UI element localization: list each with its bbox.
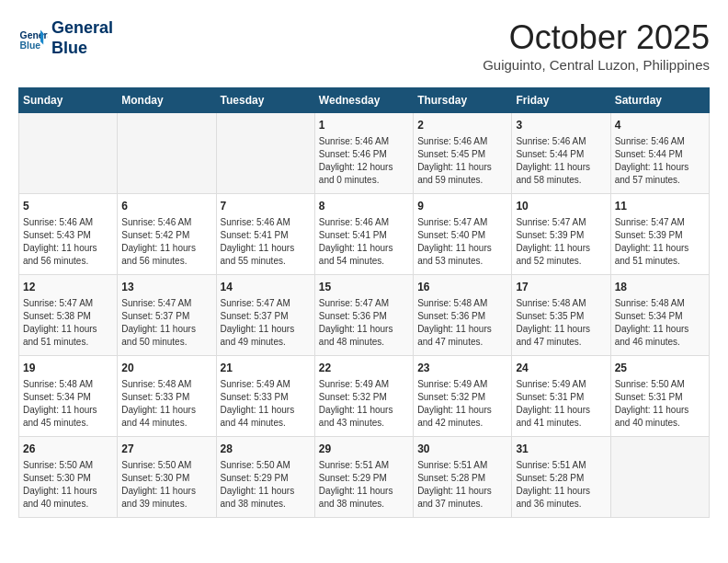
day-info-line: and 44 minutes. [221, 417, 311, 430]
day-info-line: Sunrise: 5:46 AM [417, 135, 507, 148]
title-block: October 2025 Guiguinto, Central Luzon, P… [483, 18, 710, 73]
day-number: 18 [615, 280, 705, 295]
day-info-line: Sunrise: 5:46 AM [615, 135, 705, 148]
day-info-line: Sunset: 5:41 PM [319, 229, 409, 242]
calendar-table: SundayMondayTuesdayWednesdayThursdayFrid… [18, 87, 710, 518]
day-info-line: Sunrise: 5:46 AM [23, 216, 113, 229]
day-info-line: Sunset: 5:36 PM [417, 310, 507, 323]
day-info-line: and 38 minutes. [319, 498, 409, 511]
day-info-line: and 44 minutes. [121, 417, 211, 430]
calendar-day-cell [118, 113, 216, 194]
calendar-day-cell: 23Sunrise: 5:49 AMSunset: 5:32 PMDayligh… [414, 356, 512, 437]
weekday-header-cell: Sunday [19, 88, 118, 113]
day-info-line: Sunset: 5:33 PM [221, 391, 311, 404]
calendar-day-cell: 6Sunrise: 5:46 AMSunset: 5:42 PMDaylight… [118, 194, 216, 275]
calendar-day-cell: 24Sunrise: 5:49 AMSunset: 5:31 PMDayligh… [512, 356, 610, 437]
calendar-day-cell [610, 437, 709, 518]
day-info-line: Daylight: 11 hours [516, 404, 606, 417]
calendar-day-cell: 8Sunrise: 5:46 AMSunset: 5:41 PMDaylight… [314, 194, 413, 275]
day-info-line: Sunset: 5:37 PM [221, 310, 311, 323]
day-info-line: Sunset: 5:31 PM [615, 391, 705, 404]
calendar-day-cell: 5Sunrise: 5:46 AMSunset: 5:43 PMDaylight… [19, 194, 118, 275]
calendar-day-cell: 21Sunrise: 5:49 AMSunset: 5:33 PMDayligh… [216, 356, 314, 437]
day-info-line: and 57 minutes. [615, 174, 705, 187]
day-info-line: Sunrise: 5:48 AM [615, 297, 705, 310]
day-number: 16 [417, 280, 507, 295]
calendar-day-cell: 14Sunrise: 5:47 AMSunset: 5:37 PMDayligh… [216, 275, 314, 356]
day-info-line: Daylight: 11 hours [417, 404, 507, 417]
day-info-line: Daylight: 11 hours [221, 404, 311, 417]
day-info-line: and 39 minutes. [121, 498, 211, 511]
day-info-line: and 53 minutes. [417, 255, 507, 268]
day-info-line: Sunset: 5:33 PM [121, 391, 211, 404]
day-number: 6 [121, 199, 211, 214]
weekday-header-cell: Tuesday [216, 88, 314, 113]
day-info-line: Sunrise: 5:46 AM [221, 216, 311, 229]
day-info-line: and 38 minutes. [221, 498, 311, 511]
day-info-line: Sunrise: 5:49 AM [319, 378, 409, 391]
day-info-line: Sunrise: 5:51 AM [319, 459, 409, 472]
weekday-header-cell: Monday [118, 88, 216, 113]
day-info-line: Sunset: 5:36 PM [319, 310, 409, 323]
day-info-line: Sunset: 5:38 PM [23, 310, 113, 323]
day-info-line: Sunrise: 5:50 AM [221, 459, 311, 472]
day-info-line: Sunset: 5:32 PM [417, 391, 507, 404]
day-info-line: Sunset: 5:30 PM [23, 472, 113, 485]
day-info-line: Sunrise: 5:46 AM [319, 135, 409, 148]
calendar-day-cell: 28Sunrise: 5:50 AMSunset: 5:29 PMDayligh… [216, 437, 314, 518]
day-number: 11 [615, 199, 705, 214]
day-info-line: Daylight: 11 hours [417, 485, 507, 498]
day-info-line: Sunrise: 5:46 AM [319, 216, 409, 229]
day-info-line: Sunset: 5:40 PM [417, 229, 507, 242]
day-info-line: Sunrise: 5:47 AM [417, 216, 507, 229]
day-info-line: Sunrise: 5:48 AM [417, 297, 507, 310]
calendar-day-cell: 16Sunrise: 5:48 AMSunset: 5:36 PMDayligh… [414, 275, 512, 356]
day-number: 8 [319, 199, 409, 214]
logo-line2: Blue [51, 39, 113, 59]
logo-line1: General [51, 18, 113, 39]
weekday-header-cell: Thursday [414, 88, 512, 113]
calendar-day-cell: 20Sunrise: 5:48 AMSunset: 5:33 PMDayligh… [118, 356, 216, 437]
day-info-line: Sunrise: 5:47 AM [615, 216, 705, 229]
calendar-body: 1Sunrise: 5:46 AMSunset: 5:46 PMDaylight… [19, 113, 710, 518]
day-info-line: Sunset: 5:45 PM [417, 148, 507, 161]
day-info-line: Daylight: 11 hours [319, 404, 409, 417]
day-info-line: Sunset: 5:37 PM [121, 310, 211, 323]
day-info-line: Daylight: 11 hours [221, 242, 311, 255]
day-info-line: Sunrise: 5:48 AM [23, 378, 113, 391]
day-info-line: and 50 minutes. [121, 336, 211, 349]
weekday-header-row: SundayMondayTuesdayWednesdayThursdayFrid… [19, 88, 710, 113]
day-info-line: Daylight: 11 hours [23, 404, 113, 417]
svg-text:Blue: Blue [20, 40, 41, 51]
day-number: 25 [615, 361, 705, 376]
calendar-day-cell: 11Sunrise: 5:47 AMSunset: 5:39 PMDayligh… [610, 194, 709, 275]
day-info-line: Daylight: 11 hours [417, 161, 507, 174]
day-info-line: Daylight: 11 hours [319, 242, 409, 255]
day-number: 24 [516, 361, 606, 376]
calendar-day-cell: 31Sunrise: 5:51 AMSunset: 5:28 PMDayligh… [512, 437, 610, 518]
day-info-line: Sunrise: 5:47 AM [319, 297, 409, 310]
day-number: 9 [417, 199, 507, 214]
day-info-line: Sunset: 5:29 PM [221, 472, 311, 485]
day-info-line: and 43 minutes. [319, 417, 409, 430]
weekday-header-cell: Wednesday [314, 88, 413, 113]
day-info-line: Sunset: 5:39 PM [516, 229, 606, 242]
day-info-line: Daylight: 11 hours [516, 161, 606, 174]
svg-text:General: General [20, 30, 48, 40]
location: Guiguinto, Central Luzon, Philippines [483, 57, 710, 73]
day-info-line: and 59 minutes. [417, 174, 507, 187]
day-info-line: Daylight: 11 hours [417, 323, 507, 336]
calendar-day-cell: 12Sunrise: 5:47 AMSunset: 5:38 PMDayligh… [19, 275, 118, 356]
calendar-day-cell: 22Sunrise: 5:49 AMSunset: 5:32 PMDayligh… [314, 356, 413, 437]
day-info-line: Daylight: 11 hours [615, 161, 705, 174]
day-info-line: Sunset: 5:31 PM [516, 391, 606, 404]
day-number: 31 [516, 442, 606, 457]
calendar-day-cell: 3Sunrise: 5:46 AMSunset: 5:44 PMDaylight… [512, 113, 610, 194]
day-info-line: Sunrise: 5:51 AM [516, 459, 606, 472]
day-number: 12 [23, 280, 113, 295]
day-info-line: Sunrise: 5:50 AM [23, 459, 113, 472]
day-number: 27 [121, 442, 211, 457]
day-info-line: and 58 minutes. [516, 174, 606, 187]
day-info-line: Daylight: 12 hours [319, 161, 409, 174]
day-number: 17 [516, 280, 606, 295]
